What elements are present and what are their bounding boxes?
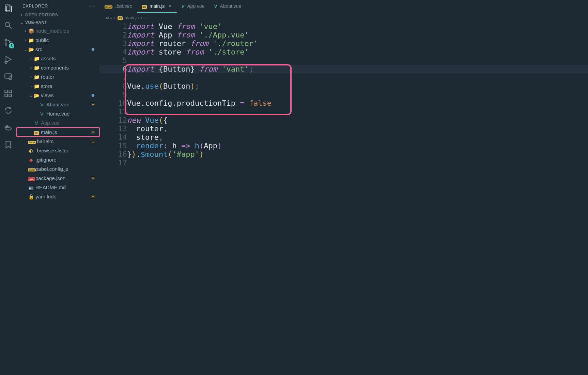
source-control-badge: 5 bbox=[9, 43, 14, 48]
tree-folder[interactable]: ›📁public bbox=[16, 35, 100, 45]
file-icon: 📁 bbox=[33, 56, 40, 61]
tree-file[interactable]: Babel.babelrcU bbox=[16, 137, 100, 146]
line-number: 7 bbox=[100, 73, 127, 82]
tree-file[interactable]: VAbout.vueM bbox=[16, 100, 100, 109]
project-section[interactable]: ⌄ VUE-VANT bbox=[16, 19, 100, 26]
tree-folder[interactable]: ›📁components bbox=[16, 63, 100, 72]
line-number: 4 bbox=[100, 48, 127, 56]
line-number: 15 bbox=[100, 141, 127, 150]
file-icon: 📂 bbox=[28, 47, 34, 52]
code-line[interactable]: new Vue({ bbox=[127, 116, 588, 124]
extensions-activity-icon[interactable] bbox=[3, 89, 13, 98]
code-line[interactable] bbox=[127, 107, 588, 116]
tree-folder[interactable]: ›📁router bbox=[16, 72, 100, 81]
code-line[interactable] bbox=[127, 56, 588, 65]
modified-dot-icon bbox=[92, 48, 94, 51]
tree-folder[interactable]: ›📁assets bbox=[16, 54, 100, 63]
breadcrumb-segment[interactable]: ... bbox=[144, 15, 148, 20]
tree-file[interactable]: VHome.vue bbox=[16, 109, 100, 118]
chevron-icon: › bbox=[23, 29, 28, 33]
tree-folder[interactable]: ⌄📂src bbox=[16, 45, 100, 54]
chevron-icon: › bbox=[29, 65, 33, 70]
file-icon: 📂 bbox=[33, 93, 40, 98]
tree-file[interactable]: JSmain.jsM bbox=[16, 127, 100, 137]
project-name-label: VUE-VANT bbox=[25, 20, 47, 25]
docker-activity-icon[interactable] bbox=[3, 123, 13, 132]
editor-tab[interactable]: Babel.babelrc bbox=[100, 0, 137, 13]
editor-tab[interactable]: JSmain.js× bbox=[137, 0, 177, 13]
tab-label: App.vue bbox=[187, 3, 204, 9]
tree-item-label: views bbox=[41, 92, 92, 98]
line-number: 14 bbox=[100, 133, 127, 141]
code-editor[interactable]: 1import Vue from 'vue'2import App from '… bbox=[100, 22, 588, 375]
tree-item-label: README.md bbox=[35, 184, 98, 190]
code-line[interactable]: router, bbox=[127, 124, 588, 133]
code-line[interactable] bbox=[127, 90, 588, 99]
line-number: 12 bbox=[100, 116, 127, 124]
remote-activity-icon[interactable] bbox=[3, 72, 13, 81]
code-line[interactable] bbox=[127, 159, 588, 167]
tree-folder[interactable]: ›📁store bbox=[16, 81, 100, 91]
file-icon: V bbox=[39, 111, 45, 117]
tree-folder[interactable]: ⌄📂views bbox=[16, 91, 100, 100]
tree-item-label: store bbox=[41, 83, 98, 89]
tab-file-icon: Babel bbox=[105, 4, 112, 9]
tree-file[interactable]: VApp.vue bbox=[16, 118, 100, 127]
tab-label: About.vue bbox=[220, 3, 241, 9]
tree-file[interactable]: M↓README.md bbox=[16, 183, 100, 192]
close-tab-icon[interactable]: × bbox=[169, 3, 172, 9]
code-line[interactable]: }).$mount('#app') bbox=[127, 150, 588, 159]
breadcrumb-segment[interactable]: main.js bbox=[125, 15, 139, 20]
line-number: 2 bbox=[100, 31, 127, 39]
tree-file[interactable]: npmpackage.jsonM bbox=[16, 174, 100, 183]
line-number: 8 bbox=[100, 82, 127, 90]
tree-item-label: main.js bbox=[41, 129, 90, 135]
code-line[interactable]: import App from './App.vue' bbox=[127, 31, 588, 39]
code-line[interactable]: store, bbox=[127, 133, 588, 141]
breadcrumb-segment[interactable]: src bbox=[106, 15, 112, 20]
editor-tab[interactable]: VAbout.vue bbox=[210, 0, 246, 13]
file-icon: 📁 bbox=[33, 84, 40, 89]
code-line[interactable]: Vue.config.productionTip = false bbox=[127, 99, 588, 107]
file-icon: 🔒 bbox=[28, 194, 34, 199]
chevron-icon: › bbox=[23, 38, 28, 43]
editor-area: Babel.babelrcJSmain.js×VApp.vueVAbout.vu… bbox=[100, 0, 588, 375]
tree-file[interactable]: ◐.browserslistrc bbox=[16, 146, 100, 155]
tree-item-label: src bbox=[35, 46, 92, 52]
chevron-icon: ⌄ bbox=[23, 47, 28, 52]
file-icon: 📁 bbox=[33, 74, 40, 80]
source-control-activity-icon[interactable]: 5 bbox=[3, 38, 13, 47]
chevron-down-icon: ⌄ bbox=[20, 20, 24, 25]
file-icon: 📁 bbox=[33, 65, 40, 71]
explorer-activity-icon[interactable] bbox=[3, 3, 13, 13]
file-icon: Babel bbox=[28, 166, 34, 172]
open-editors-label: OPEN EDITORS bbox=[25, 13, 58, 17]
line-number: 16 bbox=[100, 150, 127, 159]
code-line[interactable]: Vue.use(Button); bbox=[127, 82, 588, 90]
code-line[interactable]: import Vue from 'vue' bbox=[127, 22, 588, 31]
tree-item-label: babel.config.js bbox=[35, 166, 98, 172]
code-line[interactable]: render: h => h(App) bbox=[127, 141, 588, 150]
code-line[interactable]: import router from './router' bbox=[127, 39, 588, 48]
code-line[interactable]: import store from './store' bbox=[127, 48, 588, 56]
app-root: 5 EXPLORER ⋯ › OPEN EDITORS bbox=[0, 0, 588, 375]
search-activity-icon[interactable] bbox=[3, 20, 13, 30]
tree-folder[interactable]: ›📦node_modules bbox=[16, 26, 100, 35]
git-status-badge: M bbox=[90, 176, 96, 181]
tree-file[interactable]: ◆.gitignore bbox=[16, 155, 100, 164]
code-line[interactable]: import {Button} from 'vant'; bbox=[127, 65, 588, 73]
tree-file[interactable]: 🔒yarn.lockM bbox=[16, 192, 100, 201]
tab-file-icon: V bbox=[182, 4, 185, 9]
line-number: 9 bbox=[100, 90, 127, 99]
open-editors-section[interactable]: › OPEN EDITORS bbox=[16, 11, 100, 19]
line-number: 3 bbox=[100, 39, 127, 48]
run-debug-activity-icon[interactable] bbox=[3, 55, 13, 64]
editor-tab[interactable]: VApp.vue bbox=[177, 0, 210, 13]
bookmarks-activity-icon[interactable] bbox=[3, 140, 13, 149]
code-line[interactable] bbox=[127, 73, 588, 82]
tree-item-label: package.json bbox=[35, 175, 90, 181]
breadcrumbs: src›JSmain.js›... bbox=[100, 13, 588, 22]
sync-activity-icon[interactable] bbox=[3, 106, 13, 115]
tab-label: main.js bbox=[150, 3, 165, 9]
tree-file[interactable]: Babelbabel.config.js bbox=[16, 164, 100, 174]
